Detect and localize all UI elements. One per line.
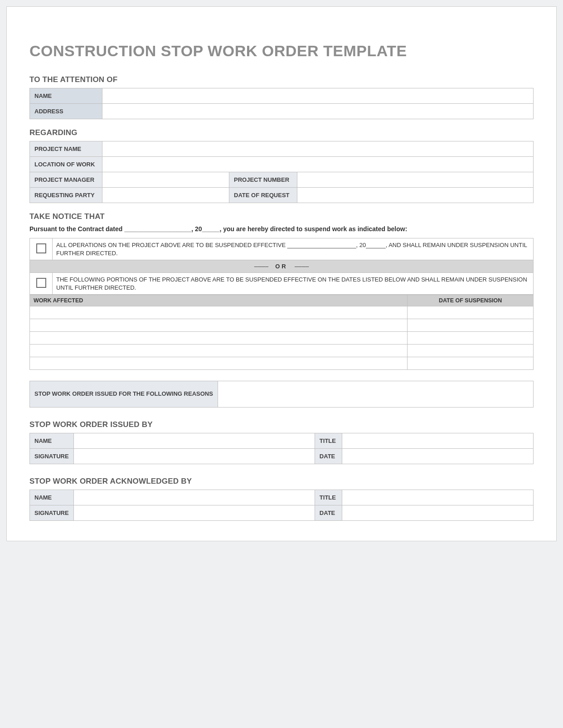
notice-or-divider: ———— OR ———— bbox=[30, 260, 534, 273]
attention-name-label: NAME bbox=[30, 88, 102, 104]
reasons-table: STOP WORK ORDER ISSUED FOR THE FOLLOWING… bbox=[29, 381, 534, 408]
notice-option-b-text: THE FOLLOWING PORTIONS OF THE PROJECT AB… bbox=[53, 273, 534, 295]
issuedby-sig-field[interactable] bbox=[73, 449, 315, 464]
regarding-pm-label: PROJECT MANAGER bbox=[30, 172, 102, 188]
document-page: CONSTRUCTION STOP WORK ORDER TEMPLATE TO… bbox=[6, 6, 557, 541]
notice-option-a-text: ALL OPERATIONS ON THE PROJECT ABOVE ARE … bbox=[53, 238, 534, 260]
checkbox-icon[interactable] bbox=[36, 243, 46, 253]
issuedby-name-field[interactable] bbox=[73, 433, 315, 449]
ackby-sig-field[interactable] bbox=[73, 505, 315, 521]
ackby-title-field[interactable] bbox=[342, 490, 533, 505]
date-suspension-cell[interactable] bbox=[408, 357, 534, 370]
attention-address-label: ADDRESS bbox=[30, 104, 102, 119]
regarding-table: PROJECT NAME LOCATION OF WORK PROJECT MA… bbox=[29, 141, 534, 203]
work-affected-cell[interactable] bbox=[30, 345, 408, 357]
regarding-datereq-field[interactable] bbox=[297, 188, 534, 203]
date-suspension-cell[interactable] bbox=[408, 345, 534, 357]
ackby-date-field[interactable] bbox=[342, 505, 533, 521]
section-notice-header: TAKE NOTICE THAT bbox=[29, 212, 534, 221]
work-affected-cell[interactable] bbox=[30, 357, 408, 370]
section-attention-header: TO THE ATTENTION OF bbox=[29, 75, 534, 84]
ackby-sig-label: SIGNATURE bbox=[30, 505, 74, 521]
date-suspension-cell[interactable] bbox=[408, 306, 534, 319]
notice-option-a-checkbox-cell bbox=[30, 238, 53, 260]
regarding-datereq-label: DATE OF REQUEST bbox=[229, 188, 297, 203]
work-affected-header: WORK AFFECTED bbox=[30, 295, 408, 306]
issuedby-table: NAME TITLE SIGNATURE DATE bbox=[29, 433, 534, 464]
date-suspension-cell[interactable] bbox=[408, 319, 534, 332]
section-regarding-header: REGARDING bbox=[29, 128, 534, 137]
regarding-location-label: LOCATION OF WORK bbox=[30, 157, 102, 172]
regarding-reqparty-label: REQUESTING PARTY bbox=[30, 188, 102, 203]
regarding-location-field[interactable] bbox=[102, 157, 534, 172]
issuedby-name-label: NAME bbox=[30, 433, 74, 449]
regarding-projectname-label: PROJECT NAME bbox=[30, 141, 102, 157]
issuedby-sig-label: SIGNATURE bbox=[30, 449, 74, 464]
ackby-title-label: TITLE bbox=[315, 490, 342, 505]
regarding-pm-field[interactable] bbox=[102, 172, 229, 188]
issuedby-title-field[interactable] bbox=[342, 433, 533, 449]
regarding-projnum-field[interactable] bbox=[297, 172, 534, 188]
work-affected-cell[interactable] bbox=[30, 332, 408, 345]
section-issuedby-header: STOP WORK ORDER ISSUED BY bbox=[29, 420, 534, 429]
work-affected-cell[interactable] bbox=[30, 306, 408, 319]
ackby-name-label: NAME bbox=[30, 490, 74, 505]
attention-table: NAME ADDRESS bbox=[29, 88, 534, 119]
date-suspension-cell[interactable] bbox=[408, 332, 534, 345]
date-suspension-header: DATE OF SUSPENSION bbox=[408, 295, 534, 306]
regarding-projectname-field[interactable] bbox=[102, 141, 534, 157]
ackby-name-field[interactable] bbox=[73, 490, 315, 505]
issuedby-date-field[interactable] bbox=[342, 449, 533, 464]
work-affected-cell[interactable] bbox=[30, 319, 408, 332]
regarding-projnum-label: PROJECT NUMBER bbox=[229, 172, 297, 188]
attention-address-field[interactable] bbox=[102, 104, 534, 119]
notice-options-table: ALL OPERATIONS ON THE PROJECT ABOVE ARE … bbox=[29, 238, 534, 295]
notice-option-b-checkbox-cell bbox=[30, 273, 53, 295]
attention-name-field[interactable] bbox=[102, 88, 534, 104]
issuedby-date-label: DATE bbox=[315, 449, 342, 464]
reasons-field[interactable] bbox=[218, 381, 533, 408]
ackby-date-label: DATE bbox=[315, 505, 342, 521]
document-title: CONSTRUCTION STOP WORK ORDER TEMPLATE bbox=[29, 42, 534, 60]
issuedby-title-label: TITLE bbox=[315, 433, 342, 449]
work-affected-table: WORK AFFECTED DATE OF SUSPENSION bbox=[29, 295, 534, 370]
notice-pursuant-text: Pursuant to the Contract dated _________… bbox=[29, 225, 534, 233]
reasons-label: STOP WORK ORDER ISSUED FOR THE FOLLOWING… bbox=[30, 381, 218, 408]
regarding-reqparty-field[interactable] bbox=[102, 188, 229, 203]
ackby-table: NAME TITLE SIGNATURE DATE bbox=[29, 490, 534, 521]
section-ackby-header: STOP WORK ORDER ACKNOWLEDGED BY bbox=[29, 477, 534, 486]
checkbox-icon[interactable] bbox=[36, 278, 46, 288]
